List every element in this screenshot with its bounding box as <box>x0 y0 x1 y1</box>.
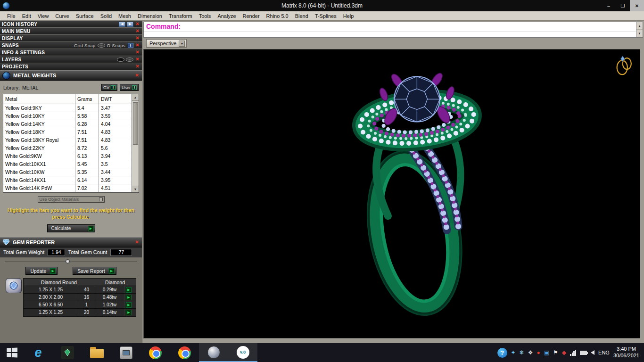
gem-table-row[interactable]: 2.00 X 2.00160.48tw▶ <box>24 294 136 301</box>
help-icon[interactable]: ? <box>497 348 507 358</box>
chevron-down-icon[interactable]: ▼ <box>179 41 185 47</box>
language-indicator[interactable]: ENG <box>598 350 610 355</box>
spinner-down-icon[interactable]: ▼ <box>636 30 643 37</box>
menu-mesh[interactable]: Mesh <box>115 12 134 20</box>
user-library-button[interactable]: User I <box>120 84 139 91</box>
taskbar-matrix-button[interactable] <box>53 343 82 362</box>
display-tray-icon[interactable]: ▣ <box>544 350 549 355</box>
taskbar-clock[interactable]: 3:40 PM 30/06/2021 <box>613 346 639 359</box>
tray-app-icon[interactable]: ✦ <box>511 350 516 355</box>
panel-main-menu[interactable]: MAIN MENU ✕ <box>0 28 142 35</box>
spinner-up-icon[interactable]: ▲ <box>636 22 643 30</box>
taskbar-sphere-app-button[interactable] <box>199 343 228 362</box>
record-icon[interactable]: ● <box>537 350 540 355</box>
scroll-up-icon[interactable]: ▲ <box>132 94 139 101</box>
close-icon[interactable]: ✕ <box>135 22 140 26</box>
scroll-thumb[interactable] <box>133 102 138 145</box>
gem-row-arrow-button[interactable]: ▶ <box>124 294 133 301</box>
layer-eye-icon[interactable] <box>126 58 133 62</box>
command-prompt-label[interactable]: Command: <box>144 22 183 31</box>
metal-column-header[interactable]: Metal <box>3 94 75 104</box>
minimize-button[interactable]: – <box>602 0 616 11</box>
menu-surface[interactable]: Surface <box>73 12 97 20</box>
ring-3d-model[interactable] <box>144 49 640 338</box>
metal-column-header[interactable]: Grams <box>75 94 99 104</box>
menu-solid[interactable]: Solid <box>97 12 115 20</box>
gem-table-row[interactable]: 6.50 X 6.5011.02tw▶ <box>24 301 136 309</box>
gem-row-arrow-button[interactable]: ▶ <box>124 301 133 308</box>
grid-snap-toggle-icon[interactable] <box>98 43 105 48</box>
taskbar-app-button[interactable] <box>111 343 140 362</box>
taskbar-chrome-2-button[interactable] <box>170 343 199 362</box>
menu-help[interactable]: Help <box>340 12 357 20</box>
taskbar-chrome-button[interactable] <box>140 343 170 362</box>
slider-handle[interactable] <box>66 259 70 263</box>
panel-snaps[interactable]: SNAPS Grid Snap O-Snaps I ✕ <box>0 42 142 49</box>
metal-table-scrollbar[interactable]: ▲ ▼ <box>132 94 139 192</box>
perspective-viewport[interactable] <box>143 49 640 338</box>
save-report-button[interactable]: Save Report ▶ <box>73 267 116 275</box>
taskbar-explorer-button[interactable] <box>82 343 111 362</box>
menu-file[interactable]: File <box>4 12 19 20</box>
menu-analyze[interactable]: Analyze <box>214 12 239 20</box>
menu-render[interactable]: Render <box>239 12 263 20</box>
gem-reporter-header[interactable]: GEM REPORTER ✕ <box>0 237 142 247</box>
gv-library-button[interactable]: GV I <box>101 84 117 91</box>
security-icon[interactable]: ◆ <box>562 350 566 355</box>
menu-tools[interactable]: Tools <box>196 12 215 20</box>
taskbar-ie-button[interactable]: e <box>24 343 53 362</box>
menu-t-splines[interactable]: T-Splines <box>312 12 340 20</box>
close-icon[interactable]: ✕ <box>135 57 140 62</box>
gem-table-row[interactable]: 1.25 X 1.25200.14tw▶ <box>24 309 136 316</box>
volume-icon[interactable] <box>591 350 594 355</box>
settings-icon[interactable]: ❖ <box>528 350 533 355</box>
metal-table-row[interactable]: Yellow Gold:18KY7.514.83 <box>3 128 132 136</box>
start-button[interactable] <box>0 343 24 362</box>
panel-info-settings[interactable]: INFO & SETTINGS ✕ <box>0 49 142 56</box>
layer-eye-icon[interactable] <box>117 58 124 62</box>
calculate-button[interactable]: Calculate ▶ <box>47 224 95 232</box>
metal-table-row[interactable]: White Gold:9KW6.133.94 <box>3 152 132 160</box>
history-back-button[interactable]: ◀ <box>119 22 125 27</box>
use-object-materials-dropdown[interactable]: Use Object Materials <box>38 196 105 203</box>
menu-curve[interactable]: Curve <box>52 12 72 20</box>
metal-table-row[interactable]: Yellow Gold:18KY Royal7.514.83 <box>3 136 132 144</box>
menu-dimension[interactable]: Dimension <box>134 12 165 20</box>
metal-table-row[interactable]: Yellow Gold:10KY5.583.59 <box>3 112 132 120</box>
scroll-down-icon[interactable]: ▼ <box>132 186 139 192</box>
history-forward-button[interactable]: ▶ <box>127 22 133 27</box>
panel-icon-history[interactable]: ICON HISTORY ◀ ▶ ✕ <box>0 21 142 28</box>
flag-icon[interactable]: ⚑ <box>553 350 558 355</box>
metal-weights-header[interactable]: METAL WEIGHTS ✕ <box>0 70 142 81</box>
maximize-button[interactable]: ❐ <box>616 0 630 11</box>
metal-table-row[interactable]: Yellow Gold:9KY5.43.47 <box>3 104 132 112</box>
network-bars-icon[interactable] <box>570 350 576 356</box>
close-icon[interactable]: ✕ <box>135 29 140 33</box>
panel-projects[interactable]: PROJECTS ✕ <box>0 63 142 70</box>
gem-row-arrow-button[interactable]: ▶ <box>124 286 133 293</box>
snowflake-icon[interactable]: ❄ <box>520 350 524 355</box>
menu-rhino-5-0[interactable]: Rhino 5.0 <box>263 12 292 20</box>
update-button[interactable]: Update ▶ <box>25 267 58 275</box>
menu-view[interactable]: View <box>34 12 52 20</box>
battery-icon[interactable] <box>580 351 587 355</box>
panel-layers[interactable]: LAYERS ✕ <box>0 56 142 63</box>
close-icon[interactable]: ✕ <box>135 50 140 55</box>
menu-edit[interactable]: Edit <box>19 12 34 20</box>
command-bar[interactable]: Command: ▲ ▼ <box>143 22 643 38</box>
perspective-view-tab[interactable]: Perspective ▼ <box>146 39 187 48</box>
metal-table-row[interactable]: White Gold:14K PdW7.024.51 <box>3 184 132 192</box>
menu-blend[interactable]: Blend <box>292 12 312 20</box>
close-icon[interactable]: ✕ <box>135 43 140 48</box>
menu-transform[interactable]: Transform <box>165 12 196 20</box>
close-icon[interactable]: ✕ <box>134 73 140 78</box>
close-icon[interactable]: ✕ <box>135 36 140 41</box>
close-icon[interactable]: ✕ <box>135 64 140 69</box>
gem-table-row[interactable]: 1.25 X 1.25400.29tw▶ <box>24 286 136 294</box>
metal-table-row[interactable]: White Gold:10KX15.453.5 <box>3 160 132 168</box>
close-icon[interactable]: ✕ <box>134 240 140 245</box>
close-button[interactable]: ✕ <box>630 0 644 11</box>
gem-row-arrow-button[interactable]: ▶ <box>124 309 133 316</box>
command-history-spinner[interactable]: ▲ ▼ <box>636 22 643 37</box>
panel-display[interactable]: DISPLAY ✕ <box>0 35 142 42</box>
